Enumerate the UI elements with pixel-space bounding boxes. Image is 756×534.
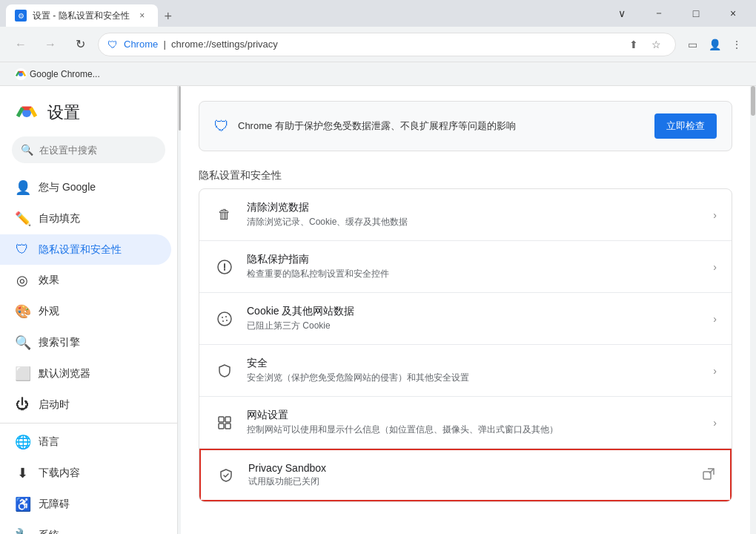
sidebar-item-effects[interactable]: ◎ 效果 bbox=[0, 265, 171, 296]
profile-icon[interactable]: 👤 bbox=[704, 34, 725, 55]
item-subtitle: 检查重要的隐私控制设置和安全控件 bbox=[247, 268, 701, 280]
menu-button[interactable]: ⋮ bbox=[726, 34, 747, 55]
addressbar: ← → ↻ 🛡 Chrome | chrome://settings/priva… bbox=[0, 27, 756, 62]
svg-rect-11 bbox=[219, 423, 224, 429]
close-button[interactable]: × bbox=[716, 0, 750, 27]
sidebar-item-language[interactable]: 🌐 语言 bbox=[0, 426, 171, 458]
external-link-icon bbox=[702, 467, 715, 484]
tab-favicon: ⚙ bbox=[15, 10, 27, 22]
item-content: Cookie 及其他网站数据 已阻止第三方 Cookie bbox=[247, 305, 701, 332]
sidebar-title: 设置 bbox=[47, 102, 80, 124]
svg-rect-9 bbox=[219, 417, 224, 422]
search-box[interactable]: 🔍 bbox=[12, 136, 165, 163]
item-title: Privacy Sandbox bbox=[248, 462, 690, 474]
item-title: 网站设置 bbox=[247, 409, 701, 422]
content-scrollbar-thumb bbox=[751, 86, 755, 116]
sidebar-item-accessibility[interactable]: ♿ 无障碍 bbox=[0, 489, 171, 520]
sidebar-item-label: 无障碍 bbox=[39, 498, 70, 511]
sidebar-item-startup[interactable]: ⏻ 启动时 bbox=[0, 389, 171, 420]
tab-bar: ⚙ 设置 - 隐私设置和安全性 × + bbox=[6, 0, 605, 27]
open-in-new-svg bbox=[702, 467, 715, 481]
svg-point-6 bbox=[225, 316, 227, 317]
url-origin: Chrome bbox=[124, 39, 158, 50]
active-tab[interactable]: ⚙ 设置 - 隐私设置和安全性 × bbox=[6, 4, 158, 27]
bookmark-button[interactable]: ☆ bbox=[646, 34, 666, 55]
accessibility-icon: ♿ bbox=[15, 496, 30, 512]
svg-point-7 bbox=[222, 320, 224, 322]
bookmark-label: Google Chrome... bbox=[30, 69, 100, 79]
settings-item-cookies[interactable]: Cookie 及其他网站数据 已阻止第三方 Cookie › bbox=[199, 293, 732, 345]
chrome-logo-icon bbox=[15, 68, 27, 80]
sidebar-item-google[interactable]: 👤 您与 Google bbox=[0, 172, 171, 203]
item-content: 安全 安全浏览（保护您免受危险网站的侵害）和其他安全设置 bbox=[247, 357, 701, 384]
site-settings-icon bbox=[214, 412, 235, 433]
search-input[interactable] bbox=[39, 145, 156, 156]
settings-item-clear-browsing[interactable]: 🗑 清除浏览数据 清除浏览记录、Cookie、缓存及其他数据 › bbox=[199, 189, 732, 241]
chevron-right-icon: › bbox=[713, 209, 717, 221]
sidebar-item-label: 隐私设置和安全性 bbox=[39, 243, 122, 257]
section-title: 隐私设置和安全性 bbox=[199, 169, 732, 182]
privacy-sandbox-icon bbox=[216, 465, 236, 486]
item-title: 隐私保护指南 bbox=[247, 253, 701, 266]
share-button[interactable]: ⬆ bbox=[623, 34, 644, 55]
refresh-button[interactable]: ↻ bbox=[68, 33, 92, 56]
cookie-svg bbox=[217, 312, 232, 326]
item-title: Cookie 及其他网站数据 bbox=[247, 305, 701, 318]
settings-item-site-settings[interactable]: 网站设置 控制网站可以使用和显示什么信息（如位置信息、摄像头、弹出式窗口及其他）… bbox=[199, 397, 732, 449]
tab-close-button[interactable]: × bbox=[136, 9, 149, 22]
svg-point-4 bbox=[218, 312, 231, 326]
sidebar-item-label: 您与 Google bbox=[39, 181, 96, 194]
sidebar-item-label: 自动填充 bbox=[39, 212, 80, 225]
edit-icon: ✏️ bbox=[15, 211, 30, 227]
sidebar-item-label: 外观 bbox=[39, 305, 59, 318]
check-now-button[interactable]: 立即检查 bbox=[654, 113, 717, 139]
sidebar-item-privacy[interactable]: 🛡 隐私设置和安全性 bbox=[0, 234, 171, 265]
chevron-right-icon: › bbox=[713, 417, 717, 429]
item-content: 隐私保护指南 检查重要的隐私控制设置和安全控件 bbox=[247, 253, 701, 280]
security-shield-icon bbox=[214, 360, 235, 381]
extension-icon[interactable]: ▭ bbox=[682, 34, 703, 55]
main-layout: 设置 🔍 👤 您与 Google ✏️ 自动填充 🛡 隐私设置和安全性 ◎ 效果… bbox=[0, 86, 756, 534]
sidebar-item-appearance[interactable]: 🎨 外观 bbox=[0, 296, 171, 327]
url-bar[interactable]: 🛡 Chrome | chrome://settings/privacy ⬆ ☆ bbox=[98, 33, 676, 56]
window-controls: ∨ － □ × bbox=[605, 0, 750, 27]
item-subtitle: 清除浏览记录、Cookie、缓存及其他数据 bbox=[247, 216, 701, 228]
sidebar-item-label: 下载内容 bbox=[39, 467, 80, 480]
sidebar-header: 设置 bbox=[0, 92, 177, 134]
settings-item-privacy-sandbox[interactable]: Privacy Sandbox 试用版功能已关闭 bbox=[199, 449, 732, 501]
trash-icon: 🗑 bbox=[214, 205, 235, 225]
item-content: Privacy Sandbox 试用版功能已关闭 bbox=[248, 462, 690, 488]
chevron-down-icon[interactable]: ∨ bbox=[605, 0, 639, 27]
minimize-button[interactable]: － bbox=[642, 0, 676, 27]
item-content: 网站设置 控制网站可以使用和显示什么信息（如位置信息、摄像头、弹出式窗口及其他） bbox=[247, 409, 701, 436]
sidebar: 设置 🔍 👤 您与 Google ✏️ 自动填充 🛡 隐私设置和安全性 ◎ 效果… bbox=[0, 86, 178, 534]
sidebar-divider bbox=[0, 423, 177, 423]
sidebar-item-label: 默认浏览器 bbox=[39, 367, 90, 380]
sidebar-item-system[interactable]: 🔧 系统 bbox=[0, 520, 171, 534]
sidebar-item-autofill[interactable]: ✏️ 自动填充 bbox=[0, 203, 171, 234]
sidebar-item-default-browser[interactable]: ⬜ 默认浏览器 bbox=[0, 358, 171, 389]
back-button[interactable]: ← bbox=[9, 33, 33, 56]
tab-title: 设置 - 隐私设置和安全性 bbox=[33, 10, 130, 22]
item-title: 清除浏览数据 bbox=[247, 201, 701, 214]
privacy-sandbox-svg bbox=[219, 468, 233, 483]
url-actions: ⬆ ☆ bbox=[623, 34, 666, 55]
sidebar-item-downloads[interactable]: ⬇ 下载内容 bbox=[0, 458, 171, 489]
safety-card: 🛡 Chrome 有助于保护您免受数据泄露、不良扩展程序等问题的影响 立即检查 bbox=[199, 101, 732, 151]
forward-button[interactable]: → bbox=[39, 33, 62, 56]
safety-shield-icon: 🛡 bbox=[214, 118, 229, 135]
site-settings-svg bbox=[217, 415, 232, 430]
power-icon: ⏻ bbox=[15, 397, 30, 412]
sidebar-scrollbar bbox=[178, 86, 181, 534]
settings-item-privacy-guide[interactable]: 隐私保护指南 检查重要的隐私控制设置和安全控件 › bbox=[199, 241, 732, 293]
browser-icon: ⬜ bbox=[15, 366, 30, 382]
settings-item-security[interactable]: 安全 安全浏览（保护您免受危险网站的侵害）和其他安全设置 › bbox=[199, 345, 732, 397]
chevron-right-icon: › bbox=[713, 313, 717, 325]
bookmark-item-chrome[interactable]: Google Chrome... bbox=[9, 65, 106, 83]
chevron-right-icon: › bbox=[713, 261, 717, 273]
new-tab-button[interactable]: + bbox=[158, 6, 179, 27]
maximize-button[interactable]: □ bbox=[679, 0, 713, 27]
sidebar-item-search[interactable]: 🔍 搜索引擎 bbox=[0, 327, 171, 358]
wrench-icon: 🔧 bbox=[15, 527, 30, 534]
settings-list: 🗑 清除浏览数据 清除浏览记录、Cookie、缓存及其他数据 › 隐私保护指南 bbox=[199, 188, 732, 502]
